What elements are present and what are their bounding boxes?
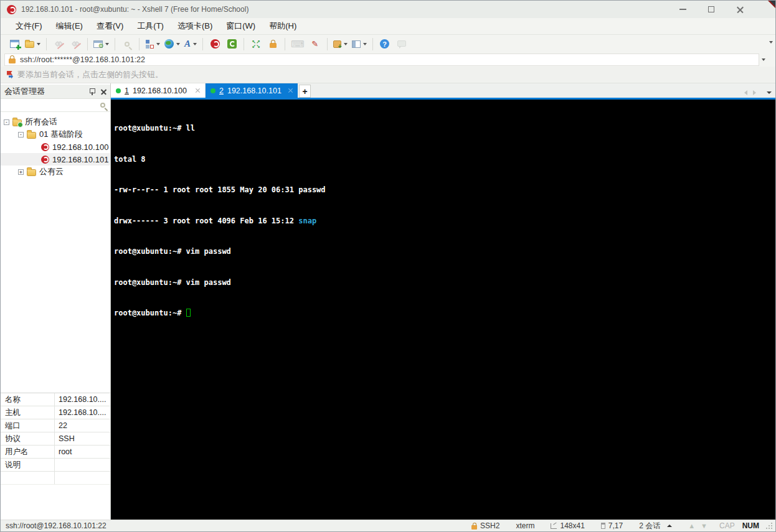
resize-icon — [551, 523, 557, 529]
corner-mark-inner — [770, 1, 775, 6]
compose-bar-button[interactable] — [144, 37, 161, 52]
new-session-icon — [10, 40, 19, 48]
xshell-button[interactable] — [207, 37, 222, 52]
tab-session-101[interactable]: 2 192.168.10.101 — [206, 83, 298, 98]
terminal-screen[interactable]: root@xubuntu:~# ll total 8 -rw-r--r-- 1 … — [111, 100, 775, 520]
menu-tools[interactable]: 工具(T) — [131, 18, 170, 34]
status-terminal-size: 148x41 — [542, 521, 592, 530]
collapse-icon[interactable]: - — [18, 132, 24, 138]
font-icon: A — [184, 39, 191, 49]
panel-close-icon[interactable] — [101, 89, 106, 95]
font-button[interactable]: A — [183, 37, 198, 52]
property-row-host[interactable]: 主机 192.168.10.... — [1, 406, 110, 419]
minimize-button[interactable] — [668, 1, 697, 18]
session-icon — [41, 156, 49, 164]
virtual-keyboard-button[interactable]: ⌨ — [290, 37, 306, 52]
property-row-name[interactable]: 名称 192.168.10.... — [1, 393, 110, 406]
tree-item-label: 192.168.10.101 — [52, 155, 108, 164]
new-file-button[interactable] — [332, 37, 349, 52]
tree-item-folder-cloud[interactable]: + 公有云 — [1, 166, 110, 178]
tab-scroll-left-icon[interactable] — [744, 90, 747, 95]
connected-dot-icon — [211, 88, 215, 93]
property-row-port[interactable]: 端口 22 — [1, 419, 110, 432]
status-arrows: ▲ ▼ — [680, 522, 716, 530]
tab-list-dropdown-icon[interactable] — [767, 91, 772, 94]
web-browser-button[interactable] — [163, 37, 181, 52]
tree-item-all-sessions[interactable]: - 所有会话 — [1, 116, 110, 128]
reconnect-button[interactable] — [68, 37, 83, 52]
maximize-icon — [708, 6, 714, 12]
root-folder-icon — [12, 119, 22, 126]
property-label: 主机 — [1, 406, 55, 419]
arrow-down-icon[interactable]: ▼ — [701, 522, 707, 530]
feedback-button[interactable] — [394, 37, 409, 52]
terminal-line: root@xubuntu:~# vim passwd — [114, 278, 775, 288]
tree-item-session-101[interactable]: 192.168.10.101 — [1, 153, 110, 166]
menu-help[interactable]: 帮助(H) — [263, 18, 303, 34]
xshell-window: 192.168.10.101 - root@xubuntu: ~ - Xshel… — [0, 0, 776, 532]
disconnect-button[interactable] — [51, 37, 66, 52]
pin-icon[interactable] — [89, 88, 95, 95]
address-dropdown-icon[interactable] — [762, 58, 765, 61]
lock-screen-button[interactable] — [265, 37, 280, 52]
property-row-username[interactable]: 用户名 root — [1, 446, 110, 459]
new-session-button[interactable] — [7, 37, 22, 52]
info-bar: 要添加当前会话，点击左侧的箭头按钮。 — [1, 67, 775, 83]
arrow-up-icon[interactable]: ▲ — [688, 522, 695, 530]
flag-icon — [7, 71, 13, 79]
terminal-cursor — [186, 309, 191, 317]
help-button[interactable]: ? — [377, 37, 392, 52]
tab-close-icon[interactable] — [195, 88, 200, 93]
find-button[interactable] — [120, 37, 135, 52]
dropdown-icon — [344, 43, 348, 45]
highlight-button[interactable]: ✎ — [308, 37, 323, 52]
tab-bar: 1 192.168.10.100 2 192.168.10.101 + — [111, 83, 775, 98]
split-layout-icon — [352, 40, 361, 48]
property-row-description[interactable]: 说明 — [1, 459, 110, 472]
session-manager-header: 会话管理器 — [1, 85, 110, 99]
session-properties-button[interactable]: ⚙ — [92, 37, 110, 52]
property-label: 端口 — [1, 419, 55, 432]
expand-icon[interactable]: + — [18, 169, 24, 175]
menu-file[interactable]: 文件(F) — [9, 18, 49, 34]
tab-close-icon[interactable] — [288, 88, 293, 93]
status-terminal-type[interactable]: xterm — [508, 521, 542, 530]
property-row-empty — [1, 472, 110, 485]
toolbar-separator — [46, 38, 47, 50]
maximize-button[interactable] — [697, 1, 726, 18]
split-layout-button[interactable] — [351, 37, 368, 52]
menu-view[interactable]: 查看(V) — [90, 18, 130, 34]
terminal-line: -rw-r--r-- 1 root root 1855 May 20 06:31… — [114, 185, 775, 195]
open-session-button[interactable] — [24, 37, 42, 52]
fullscreen-icon: ↖↗↙↘ — [252, 40, 260, 49]
close-button[interactable] — [726, 1, 754, 18]
fullscreen-button[interactable]: ↖↗↙↘ — [248, 37, 263, 52]
property-value: 192.168.10.... — [55, 408, 110, 417]
toolbar-separator — [285, 38, 285, 50]
toolbar-separator — [372, 38, 373, 50]
toolbar-overflow-icon[interactable] — [769, 41, 773, 44]
session-search-input[interactable] — [1, 99, 110, 112]
address-input[interactable]: ssh://root:******@192.168.10.101:22 — [4, 54, 759, 66]
menu-tabs[interactable]: 选项卡(B) — [171, 18, 219, 34]
menu-window[interactable]: 窗口(W) — [220, 18, 262, 34]
resize-grip[interactable] — [765, 522, 773, 530]
collapse-icon[interactable]: - — [4, 119, 9, 125]
tree-item-folder-basics[interactable]: - 01 基础阶段 — [1, 128, 110, 141]
status-session-count[interactable]: 2 会话 — [631, 521, 680, 531]
new-tab-button[interactable]: + — [299, 85, 311, 98]
property-row-protocol[interactable]: 协议 SSH — [1, 432, 110, 446]
tree-item-session-100[interactable]: 192.168.10.100 — [1, 141, 110, 153]
search-icon — [100, 103, 105, 108]
menu-edit[interactable]: 编辑(E) — [50, 18, 89, 34]
menu-bar: 文件(F) 编辑(E) 查看(V) 工具(T) 选项卡(B) 窗口(W) 帮助(… — [1, 18, 775, 35]
reconnect-icon — [72, 42, 79, 46]
sessions-popup-icon[interactable] — [667, 525, 672, 527]
toolbar: ⚙ A ↖↗↙↘ ⌨ ✎ ? — [1, 35, 775, 53]
cursor-position-icon — [601, 523, 605, 529]
title-bar[interactable]: 192.168.10.101 - root@xubuntu: ~ - Xshel… — [1, 1, 775, 18]
tab-session-100[interactable]: 1 192.168.10.100 — [111, 83, 206, 98]
tab-scroll-right-icon[interactable] — [753, 90, 756, 95]
toolbar-separator — [244, 38, 244, 50]
xftp-button[interactable] — [224, 37, 239, 52]
